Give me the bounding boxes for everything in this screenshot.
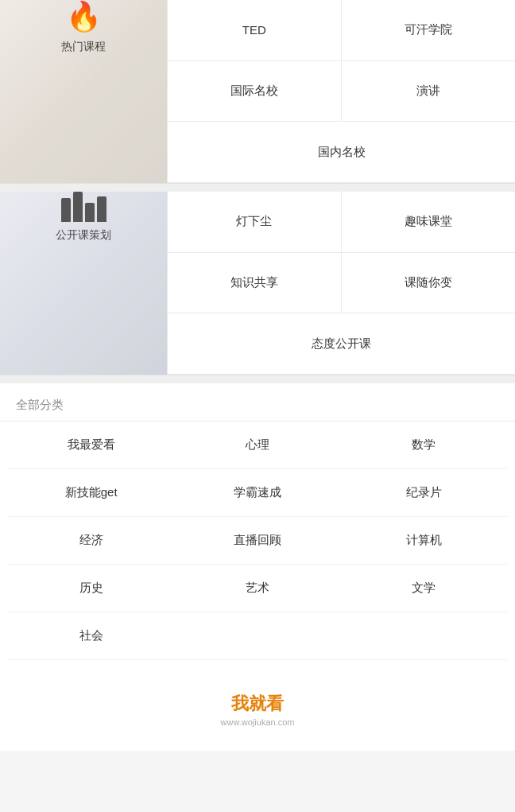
section1-label: 热门课程 bbox=[61, 40, 106, 54]
section2-label: 公开课策划 bbox=[56, 228, 111, 243]
menu-item-intl-school[interactable]: 国际名校 bbox=[168, 61, 342, 122]
cat-lishi[interactable]: 历史 bbox=[8, 565, 174, 612]
categories-header: 全部分类 bbox=[0, 383, 515, 422]
cat-woaiikan[interactable]: 我最爱看 bbox=[8, 422, 174, 469]
bottom-brand-area: 我就看 www.wojiukan.com bbox=[0, 676, 515, 751]
menu-item-ted[interactable]: TED bbox=[168, 0, 342, 61]
section-hot-courses: 🔥 热门课程 TED 可汗学院 国际名校 演讲 国内名校 bbox=[0, 0, 515, 184]
section-separator-2 bbox=[0, 375, 515, 383]
section-opencourse: 公开课策划 灯下尘 趣味课堂 知识共享 课随你变 态度公开课 bbox=[0, 192, 515, 375]
cat-jisuanji[interactable]: 计算机 bbox=[341, 517, 507, 565]
brand-name: 我就看 bbox=[0, 692, 515, 716]
cat-shehui[interactable]: 社会 bbox=[8, 612, 174, 660]
menu-item-khan[interactable]: 可汗学院 bbox=[342, 0, 516, 61]
cat-jingji[interactable]: 经济 bbox=[8, 517, 174, 565]
cat-xuebashucheng[interactable]: 学霸速成 bbox=[174, 469, 340, 517]
section2-thumbnail: 公开课策划 bbox=[0, 192, 167, 375]
cat-empty2 bbox=[341, 612, 507, 660]
menu-item-taidukaike[interactable]: 态度公开课 bbox=[168, 313, 515, 375]
books-icon bbox=[61, 192, 106, 222]
cat-jilupian[interactable]: 纪录片 bbox=[341, 469, 507, 517]
cat-empty1 bbox=[174, 612, 340, 660]
cat-zhiubohuigu[interactable]: 直播回顾 bbox=[174, 517, 340, 565]
section2-menu: 灯下尘 趣味课堂 知识共享 课随你变 态度公开课 bbox=[167, 192, 515, 375]
cat-yishu[interactable]: 艺术 bbox=[174, 565, 340, 612]
brand-url: www.wojiukan.com bbox=[0, 717, 515, 727]
menu-item-zhishigongxiang[interactable]: 知识共享 bbox=[168, 253, 342, 314]
section1-thumbnail: 🔥 热门课程 bbox=[0, 0, 167, 183]
cat-wenxue[interactable]: 文学 bbox=[341, 565, 507, 612]
fire-icon: 🔥 bbox=[66, 0, 102, 33]
menu-item-domestic-school[interactable]: 国内名校 bbox=[168, 122, 515, 183]
cat-xinli[interactable]: 心理 bbox=[174, 422, 340, 469]
categories-grid: 我最爱看 心理 数学 新技能get 学霸速成 纪录片 经济 直播回顾 计算机 历… bbox=[0, 422, 515, 660]
menu-item-dengxachen[interactable]: 灯下尘 bbox=[168, 192, 342, 253]
menu-item-speech[interactable]: 演讲 bbox=[342, 61, 516, 122]
menu-item-quwuke[interactable]: 趣味课堂 bbox=[342, 192, 516, 253]
menu-item-kesuinibai[interactable]: 课随你变 bbox=[342, 253, 516, 314]
section-separator-1 bbox=[0, 184, 515, 192]
cat-xinjinengget[interactable]: 新技能get bbox=[8, 469, 174, 517]
categories-section: 全部分类 我最爱看 心理 数学 新技能get 学霸速成 纪录片 经济 直播回顾 … bbox=[0, 383, 515, 676]
section1-menu: TED 可汗学院 国际名校 演讲 国内名校 bbox=[167, 0, 515, 183]
cat-shuxue[interactable]: 数学 bbox=[341, 422, 507, 469]
